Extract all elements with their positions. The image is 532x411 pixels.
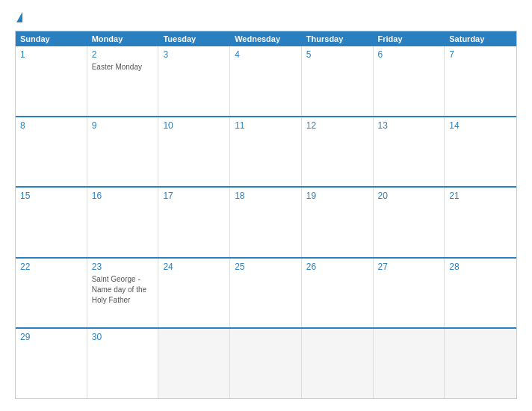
logo [15, 12, 22, 23]
day-number: 10 [163, 120, 225, 131]
day-of-week-header: Thursday [302, 31, 374, 46]
day-number: 8 [20, 120, 82, 131]
day-number: 29 [20, 332, 82, 342]
day-number: 3 [163, 49, 225, 60]
day-number: 4 [235, 49, 297, 60]
header [15, 12, 517, 23]
day-number: 14 [449, 120, 512, 131]
calendar-week: 2930 [16, 327, 516, 398]
day-of-week-header: Tuesday [158, 31, 230, 46]
calendar-body: 12Easter Monday3456789101112131415161718… [16, 46, 516, 398]
day-number: 15 [20, 191, 82, 201]
day-of-week-header: Monday [87, 31, 159, 46]
day-number: 12 [306, 120, 368, 131]
day-number: 1 [20, 49, 82, 60]
calendar-week: 15161718192021 [16, 186, 516, 257]
day-number: 7 [449, 49, 512, 60]
day-number: 19 [306, 191, 368, 201]
day-number: 11 [235, 120, 297, 131]
day-number: 25 [235, 262, 297, 272]
day-number: 17 [163, 191, 225, 201]
day-of-week-header: Friday [374, 31, 445, 46]
calendar-header-row: SundayMondayTuesdayWednesdayThursdayFrid… [16, 31, 516, 46]
event-text: Easter Monday [92, 63, 142, 71]
day-of-week-header: Wednesday [230, 31, 302, 46]
day-of-week-header: Sunday [16, 31, 87, 46]
calendar-week: 2223Saint George - Name day of the Holy … [16, 257, 516, 328]
calendar-week: 12Easter Monday34567 [16, 46, 516, 116]
day-number: 20 [378, 191, 440, 201]
day-of-week-header: Saturday [445, 31, 516, 46]
day-number: 9 [92, 120, 154, 131]
day-number: 16 [92, 191, 154, 201]
day-number: 22 [20, 262, 82, 272]
calendar-week: 891011121314 [16, 116, 516, 187]
day-number: 24 [163, 262, 225, 272]
day-number: 26 [306, 262, 368, 272]
day-number: 28 [449, 262, 512, 272]
day-number: 27 [378, 262, 440, 272]
logo-triangle-icon [16, 12, 22, 22]
calendar: SundayMondayTuesdayWednesdayThursdayFrid… [15, 31, 517, 399]
day-number: 23 [92, 262, 154, 272]
day-number: 13 [378, 120, 440, 131]
event-text: Saint George - Name day of the Holy Fath… [92, 275, 146, 304]
day-number: 5 [306, 49, 368, 60]
day-number: 2 [92, 49, 154, 60]
day-number: 6 [378, 49, 440, 60]
day-number: 18 [235, 191, 297, 201]
page: SundayMondayTuesdayWednesdayThursdayFrid… [0, 0, 532, 411]
day-number: 30 [92, 332, 154, 342]
day-number: 21 [449, 191, 512, 201]
